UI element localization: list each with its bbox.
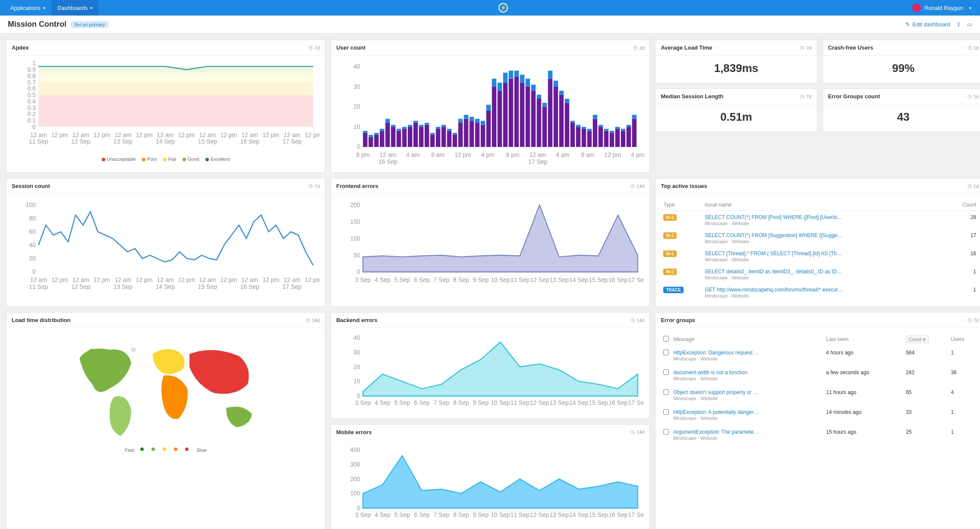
svg-rect-134 bbox=[621, 131, 625, 147]
svg-text:1: 1 bbox=[32, 60, 36, 66]
svg-text:6 Sep: 6 Sep bbox=[414, 511, 430, 518]
apdex-legend: UnacceptablePoorFairGoodExcellent bbox=[12, 155, 320, 163]
col-users: Users bbox=[949, 333, 978, 345]
svg-rect-57 bbox=[402, 127, 406, 129]
svg-text:20: 20 bbox=[29, 255, 36, 262]
issue-row[interactable]: N+1 SELECT details0_.ItemID as ItemID3_,… bbox=[662, 266, 978, 283]
select-all-checkbox[interactable] bbox=[663, 336, 669, 341]
error-message-link[interactable]: document.width is not a function bbox=[673, 369, 759, 376]
card-title: Frontend errors bbox=[336, 183, 378, 189]
svg-text:20: 20 bbox=[354, 363, 361, 370]
issue-type-badge: TRACE bbox=[663, 287, 683, 293]
tv-mode-button[interactable]: ▭ bbox=[967, 21, 972, 28]
kpi-value: 1,839ms bbox=[655, 56, 816, 83]
svg-rect-104 bbox=[537, 99, 541, 147]
issue-row[interactable]: TRACE GET http://www.mindscapehq.com/for… bbox=[662, 284, 978, 301]
svg-point-203 bbox=[131, 347, 136, 352]
logo-icon[interactable]: ⚡ bbox=[498, 3, 508, 13]
svg-rect-114 bbox=[565, 103, 569, 147]
issue-row[interactable]: N+1 SELECT [Thread].* FROM ( SELECT [Thr… bbox=[662, 248, 978, 265]
svg-rect-74 bbox=[453, 135, 457, 147]
svg-rect-103 bbox=[531, 85, 536, 91]
svg-text:15 Sep: 15 Sep bbox=[198, 138, 217, 145]
svg-text:12 am: 12 am bbox=[199, 131, 216, 138]
error-group-row[interactable]: document.width is not a functionMindscap… bbox=[662, 366, 978, 385]
svg-text:17 Sep: 17 Sep bbox=[628, 276, 645, 283]
svg-rect-2 bbox=[38, 73, 313, 82]
svg-text:11 Sep: 11 Sep bbox=[510, 276, 530, 283]
svg-rect-60 bbox=[413, 123, 418, 147]
nav-dashboards[interactable]: Dashboards▾ bbox=[51, 0, 98, 16]
edit-dashboard-button[interactable]: ✎Edit dashboard bbox=[905, 21, 950, 28]
chevron-down-icon: ▾ bbox=[90, 6, 92, 10]
error-message-link[interactable]: HttpException: A potentially dangerous R… bbox=[673, 409, 759, 415]
card-load-distribution: Load time distribution◷14d Fast bbox=[6, 312, 325, 529]
svg-text:17 Sep: 17 Sep bbox=[628, 399, 645, 406]
error-source: Mindscape - Website bbox=[673, 416, 718, 421]
error-group-row[interactable]: ArgumentException: The parameters dictio… bbox=[662, 426, 978, 444]
svg-text:12 pm: 12 pm bbox=[605, 151, 621, 158]
chevron-down-icon: ▾ bbox=[43, 6, 45, 10]
error-group-row[interactable]: Object doesn't support property or metho… bbox=[662, 386, 978, 405]
svg-text:12 am: 12 am bbox=[157, 131, 173, 138]
row-checkbox[interactable] bbox=[663, 389, 669, 395]
row-checkbox[interactable] bbox=[663, 369, 669, 375]
error-message-link[interactable]: ArgumentException: The parameters dictio… bbox=[673, 429, 759, 435]
svg-rect-137 bbox=[627, 125, 631, 127]
svg-rect-77 bbox=[458, 119, 463, 123]
svg-rect-46 bbox=[374, 135, 378, 147]
issue-row[interactable]: N+1 SELECT COUNT(*) FROM [Post] WHERE ([… bbox=[662, 212, 978, 229]
issue-link[interactable]: SELECT details0_.ItemID as ItemID3_, det… bbox=[705, 269, 843, 275]
issue-row[interactable]: N+1 SELECT COUNT(*) FROM [Suggestion] WH… bbox=[662, 230, 978, 247]
error-group-row[interactable]: HttpException: Dangerous request from cl… bbox=[662, 346, 978, 365]
svg-text:0.9: 0.9 bbox=[27, 66, 36, 73]
svg-text:12 am: 12 am bbox=[72, 276, 89, 283]
svg-rect-132 bbox=[615, 129, 620, 147]
row-checkbox[interactable] bbox=[663, 429, 669, 435]
mobile-chart: 01002003004003 Sep4 Sep5 Sep6 Sep7 Sep8 … bbox=[336, 444, 644, 525]
export-button[interactable]: ⇪ bbox=[956, 21, 961, 28]
world-map[interactable] bbox=[12, 332, 320, 444]
card-title: Crash-free Users bbox=[828, 44, 873, 51]
svg-text:17 Sep: 17 Sep bbox=[283, 283, 302, 290]
clock-icon: ◷ bbox=[630, 429, 635, 435]
svg-text:6 Sep: 6 Sep bbox=[414, 399, 430, 406]
svg-rect-119 bbox=[576, 125, 580, 127]
svg-text:40: 40 bbox=[354, 63, 361, 70]
col-message: Message bbox=[671, 333, 823, 345]
card-title: Average Load Time bbox=[661, 44, 712, 51]
clock-icon: ◷ bbox=[306, 317, 310, 323]
svg-text:9 Sep: 9 Sep bbox=[473, 399, 489, 406]
row-checkbox[interactable] bbox=[663, 409, 669, 415]
svg-text:12 pm: 12 pm bbox=[94, 276, 110, 283]
svg-text:300: 300 bbox=[350, 461, 361, 468]
svg-text:12 pm: 12 pm bbox=[51, 276, 68, 283]
svg-rect-91 bbox=[498, 83, 502, 91]
svg-rect-47 bbox=[374, 133, 378, 135]
nav-applications[interactable]: Applications▾ bbox=[4, 0, 51, 16]
svg-rect-65 bbox=[425, 123, 429, 125]
svg-text:60: 60 bbox=[29, 229, 36, 235]
sort-count-button[interactable]: Count ▾ bbox=[906, 335, 928, 343]
period-badge: ◷7d bbox=[800, 45, 811, 50]
set-primary-button[interactable]: Set as primary bbox=[71, 21, 108, 28]
svg-rect-55 bbox=[397, 129, 401, 131]
error-message-link[interactable]: HttpException: Dangerous request from cl… bbox=[673, 350, 759, 356]
issue-link[interactable]: SELECT COUNT(*) FROM [Post] WHERE ([Post… bbox=[705, 214, 843, 220]
issue-link[interactable]: SELECT [Thread].* FROM ( SELECT [Thread]… bbox=[705, 250, 843, 257]
chevron-down-icon: ▾ bbox=[969, 6, 971, 10]
svg-text:150: 150 bbox=[350, 218, 361, 225]
svg-text:10 Sep: 10 Sep bbox=[491, 276, 510, 283]
svg-rect-109 bbox=[548, 71, 552, 79]
issue-link[interactable]: SELECT COUNT(*) FROM [Suggestion] WHERE … bbox=[705, 232, 843, 238]
user-menu[interactable]: Ronald Raygun ▾ bbox=[908, 3, 976, 12]
issue-link[interactable]: GET http://www.mindscapehq.com/forums/th… bbox=[705, 287, 843, 293]
svg-text:7 Sep: 7 Sep bbox=[434, 276, 450, 283]
svg-text:30: 30 bbox=[354, 349, 361, 356]
error-message-link[interactable]: Object doesn't support property or metho… bbox=[673, 389, 759, 395]
svg-text:15 Sep: 15 Sep bbox=[589, 511, 608, 518]
svg-text:10 Sep: 10 Sep bbox=[491, 511, 510, 518]
row-checkbox[interactable] bbox=[663, 350, 669, 355]
error-group-row[interactable]: HttpException: A potentially dangerous R… bbox=[662, 406, 978, 425]
svg-text:12 pm: 12 pm bbox=[220, 131, 237, 138]
